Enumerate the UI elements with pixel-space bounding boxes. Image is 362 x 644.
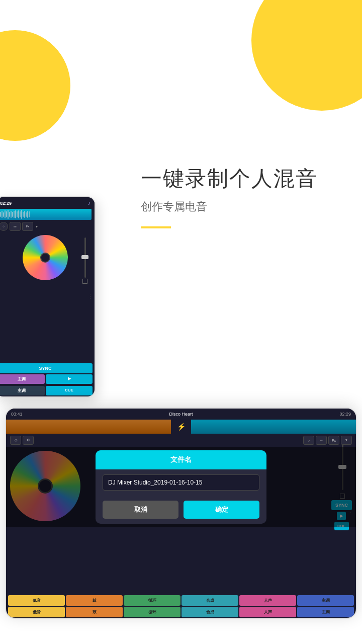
waveform-left-bottom	[6, 420, 171, 434]
cue-btn-top[interactable]: CUE	[46, 386, 93, 395]
time-display-top: 02:29	[0, 201, 12, 206]
dialog-overlay: 文件名 DJ Mixer Studio_2019-01-16-10-15 取消 …	[6, 447, 356, 527]
music-note-icon: ♪	[88, 200, 90, 206]
pad-row-1: 低音 鼓 循环 合成 人声 主调	[6, 595, 356, 606]
dialog-box: 文件名 DJ Mixer Studio_2019-01-16-10-15 取消 …	[96, 450, 266, 524]
turntable-center-top	[40, 253, 50, 263]
waveforms-row-bottom: ⚡	[6, 420, 356, 434]
pad-diyin-1[interactable]: 低音	[8, 595, 65, 606]
play-btn-top[interactable]: ▶	[46, 374, 93, 384]
btn-row-1-top: 主调 ▶	[0, 373, 95, 385]
zhu-btn-2-top[interactable]: 主调	[0, 386, 45, 395]
tablet-top-screen: 02:29 ♪	[0, 197, 95, 396]
dialog-confirm-button[interactable]: 确定	[184, 501, 259, 519]
pad-section: 低音 鼓 循环 合成 人声 主调 低音 鼓 循环 合成 人声 主调	[6, 595, 356, 618]
pad-xunhuan-2[interactable]: 循环	[124, 607, 180, 617]
btn-row-2-top: 主调 CUE	[0, 385, 95, 396]
eq-btn[interactable]: ≡≡	[10, 222, 21, 231]
btm-circle-btn[interactable]: ○	[303, 436, 314, 445]
circle-btn[interactable]: ○	[0, 222, 8, 231]
dialog-cancel-button[interactable]: 取消	[103, 501, 178, 519]
heartbeat-icon: ⚡	[177, 423, 186, 431]
dialog-input-field[interactable]: DJ Mixer Studio_2019-01-16-10-15	[103, 474, 259, 491]
btm-eq-btn[interactable]: ≡≡	[316, 436, 327, 445]
yellow-divider	[141, 226, 171, 228]
btm-controls-row: ◇ ⚙ ○ ≡≡ Fx ▾	[6, 434, 356, 447]
pad-xunhuan-1[interactable]: 循环	[124, 595, 180, 606]
dj-top-bar: 02:29 ♪	[0, 197, 95, 209]
pad-gu-1[interactable]: 鼓	[66, 595, 123, 606]
pad-gu-2[interactable]: 鼓	[66, 607, 123, 617]
pad-zhudiao-1[interactable]: 主调	[297, 595, 354, 606]
sub-title: 创作专属电音	[141, 199, 342, 214]
btm-main-area: 文件名 DJ Mixer Studio_2019-01-16-10-15 取消 …	[6, 447, 356, 527]
btm-time-left: 03:41	[11, 412, 23, 417]
pad-diyin-2[interactable]: 低音	[8, 607, 65, 617]
diamond-btn[interactable]: ◇	[10, 436, 21, 445]
btm-ctrl-left: ◇ ⚙	[10, 436, 34, 445]
blob-top-right	[251, 0, 362, 111]
zhu-btn-1-top[interactable]: 主调	[0, 374, 45, 384]
fx-btn[interactable]: Fx	[22, 222, 33, 231]
waveform-bars	[0, 209, 92, 220]
tablet-top: 02:29 ♪	[0, 196, 96, 397]
pad-zhudiao-2[interactable]: 主调	[297, 607, 354, 617]
waveform-top	[0, 209, 92, 220]
sync-button-top[interactable]: SYNC	[0, 363, 93, 373]
turntable-top	[23, 235, 68, 280]
tablet-bottom: 03:41 Disco Heart 02:29 ⚡ ◇ ⚙ ○ ≡≡ Fx ▾	[5, 408, 357, 619]
main-title: 一键录制个人混音	[141, 166, 342, 191]
bottom-btns-top: SYNC 主调 ▶ 主调 CUE	[0, 363, 95, 396]
pad-rensheng-2[interactable]: 人声	[239, 607, 296, 617]
pad-row-2: 低音 鼓 循环 合成 人声 主调	[6, 606, 356, 618]
pitch-fader-top	[82, 237, 87, 284]
gear-btn[interactable]: ⚙	[23, 436, 34, 445]
square-btn-top[interactable]	[82, 279, 87, 284]
handle-dots-top: ···	[88, 294, 93, 300]
waveform-right-bottom	[191, 420, 356, 434]
dialog-title: 文件名	[96, 450, 266, 469]
pad-rensheng-1[interactable]: 人声	[239, 595, 296, 606]
btm-top-bar: 03:41 Disco Heart 02:29	[6, 409, 356, 420]
pad-hecheng-2[interactable]: 合成	[182, 607, 238, 617]
controls-row-top: ○ ≡≡ Fx ▾	[0, 220, 95, 233]
tablet-bottom-screen: 03:41 Disco Heart 02:29 ⚡ ◇ ⚙ ○ ≡≡ Fx ▾	[6, 409, 356, 618]
chevron-down-icon: ▾	[35, 223, 39, 230]
dialog-buttons: 取消 确定	[96, 496, 266, 524]
fader-track-top	[84, 237, 86, 278]
heartbeat-center: ⚡	[171, 420, 191, 434]
btm-song-name: Disco Heart	[169, 412, 193, 417]
fader-handle-top[interactable]	[81, 255, 88, 259]
pad-hecheng-1[interactable]: 合成	[182, 595, 238, 606]
btm-time-right: 02:29	[339, 412, 351, 417]
blob-top-left	[0, 30, 70, 141]
dialog-input-area: DJ Mixer Studio_2019-01-16-10-15	[96, 469, 266, 496]
